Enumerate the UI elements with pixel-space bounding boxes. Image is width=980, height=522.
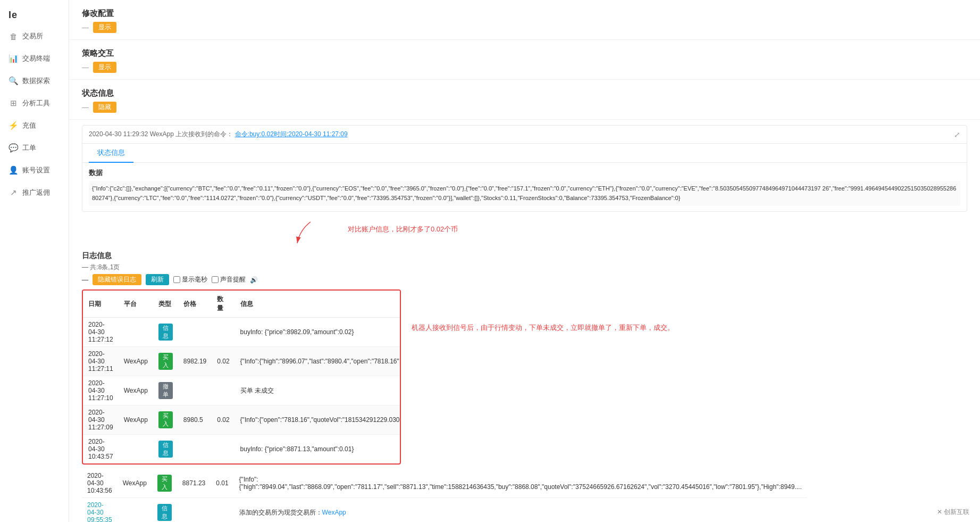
cell-price: 8871.23 [177, 469, 211, 498]
terminal-icon: 📊 [9, 54, 18, 63]
table-row: 2020-04-30 09:55:35 信息 添加的交易所为现货交易所：WexA… [82, 498, 807, 522]
sidebar-item-analysis-label: 分析工具 [22, 98, 50, 108]
log-header: 日志信息 [82, 251, 967, 261]
refresh-log-button[interactable]: 刷新 [146, 274, 169, 285]
modify-config-title: 修改配置 [82, 9, 967, 19]
annotation-area: 对比账户信息，比刚才多了0.02个币 [69, 217, 980, 246]
main-content: 修改配置 — 显示 策略交互 — 显示 状态信息 — 隐藏 2020-04-30… [69, 0, 980, 522]
status-info-title: 状态信息 [82, 88, 967, 98]
sidebar-item-terminal-label: 交易终端 [22, 54, 50, 63]
sidebar-item-recharge-label: 充值 [22, 121, 36, 130]
data-content: {"Info":{"c2c":[]},"exchange":[{"currenc… [89, 181, 960, 206]
table-row: 2020-04-30 11:27:10 WexApp 撤单 买单 未成交 [83, 376, 401, 405]
modify-config-dash: — [82, 23, 89, 31]
cell-qty [212, 318, 234, 347]
sidebar-item-terminal[interactable]: 📊 交易终端 [0, 47, 69, 70]
cell-platform: WexApp [118, 469, 152, 498]
strategy-interact-title: 策略交互 [82, 48, 967, 59]
status-info-section: 状态信息 — 隐藏 [69, 80, 980, 120]
col-price: 价格 [178, 291, 212, 318]
sidebar-item-exchange[interactable]: 🗑 交易所 [0, 25, 69, 47]
cell-qty: 0.02 [212, 405, 234, 435]
hide-error-log-button[interactable]: 隐藏错误日志 [93, 274, 141, 285]
status-info-header: 2020-04-30 11:29:32 WexApp 上次接收到的命令： 命令:… [82, 126, 967, 144]
strategy-interact-show-button[interactable]: 显示 [93, 62, 116, 73]
cell-price [178, 318, 212, 347]
sidebar-item-analysis[interactable]: ⊞ 分析工具 [0, 92, 69, 114]
col-info: 信息 [235, 291, 401, 318]
cell-info: buyInfo: {"price":8982.09,"amount":0.02} [235, 318, 401, 347]
status-info-block: 2020-04-30 11:29:32 WexApp 上次接收到的命令： 命令:… [82, 125, 967, 212]
sidebar-item-account[interactable]: 👤 账号设置 [0, 159, 69, 181]
status-info-header-text: 2020-04-30 11:29:32 WexApp 上次接收到的命令： 命令:… [89, 130, 348, 139]
sidebar-item-datasearch-label: 数据探索 [22, 76, 50, 86]
sidebar-item-datasearch[interactable]: 🔍 数据探索 [0, 70, 69, 92]
recharge-icon: ⚡ [9, 121, 18, 130]
cell-price [178, 376, 212, 405]
cell-qty: 0.02 [212, 347, 234, 376]
modify-config-show-button[interactable]: 显示 [93, 22, 116, 33]
cell-platform: WexApp [119, 405, 153, 435]
sidebar-item-exchange-label: 交易所 [22, 31, 43, 41]
table-row: 2020-04-30 11:27:11 WexApp 买入 8982.19 0.… [83, 347, 401, 376]
expand-icon[interactable]: ⤢ [954, 130, 960, 139]
cell-info: {"Info":{"open":"7818.16","quoteVol":"18… [235, 405, 401, 435]
log-sub-count: — 共:8条,1页 [82, 263, 967, 272]
exchange-icon: 🗑 [9, 32, 18, 41]
strategy-interact-dash: — [82, 63, 89, 71]
sidebar-item-referral[interactable]: ↗ 推广返佣 [0, 181, 69, 204]
cell-type: 信息 [153, 318, 178, 347]
status-info-hide-button[interactable]: 隐藏 [93, 102, 116, 113]
log-table-container: 日期 平台 类型 价格 数量 信息 2020-04-30 11:27:12 信息 [82, 289, 401, 522]
show-ms-label: 显示毫秒 [182, 275, 207, 284]
sound-checkbox-label[interactable]: 声音提醒 [212, 275, 246, 284]
log-highlighted-table: 日期 平台 类型 价格 数量 信息 2020-04-30 11:27:12 信息 [83, 291, 401, 463]
cell-date: 2020-04-30 11:27:11 [83, 347, 119, 376]
sound-checkbox[interactable] [212, 276, 219, 283]
sidebar: Ie 🗑 交易所 📊 交易终端 🔍 数据探索 ⊞ 分析工具 ⚡ 充值 💬 工单 … [0, 0, 69, 522]
strategy-interact-section: 策略交互 — 显示 [69, 40, 980, 80]
cell-info: 添加的交易所为现货交易所：WexApp [234, 498, 807, 522]
log-normal-table: 2020-04-30 10:43:56 WexApp 买入 8871.23 0.… [82, 469, 807, 522]
cell-date: 2020-04-30 11:27:10 [83, 376, 119, 405]
account-icon: 👤 [9, 165, 18, 175]
log-section: 日志信息 — 共:8条,1页 — 隐藏错误日志 刷新 显示毫秒 声音提醒 🔊 [69, 246, 980, 522]
table-row: 2020-04-30 11:27:09 WexApp 买入 8980.5 0.0… [83, 405, 401, 435]
cell-qty: 0.01 [211, 469, 233, 498]
annotation-text: 对比账户信息，比刚才多了0.02个币 [348, 225, 458, 234]
datasearch-icon: 🔍 [9, 76, 18, 86]
show-ms-checkbox[interactable] [173, 276, 180, 283]
cell-type: 买入 [153, 347, 178, 376]
sound-icon: 🔊 [250, 276, 258, 284]
log-count-text: 共:8条,1页 [90, 263, 120, 271]
cell-qty [212, 435, 234, 464]
logo-text: ✕ 创新互联 [937, 508, 969, 517]
sidebar-item-recharge[interactable]: ⚡ 充值 [0, 114, 69, 137]
cell-qty [212, 376, 234, 405]
referral-icon: ↗ [9, 188, 18, 197]
sidebar-ie-label: Ie [0, 5, 69, 25]
table-row: 2020-04-30 10:43:56 WexApp 买入 8871.23 0.… [82, 469, 807, 498]
header-prefix: 2020-04-30 11:29:32 WexApp 上次接收到的命令： [89, 130, 233, 138]
log-highlighted-table-wrapper: 日期 平台 类型 价格 数量 信息 2020-04-30 11:27:12 信息 [82, 289, 401, 465]
robot-annotation: 机器人接收到信号后，由于行情变动，下单未成交，立即就撤单了，重新下单，成交。 [412, 289, 967, 334]
cell-type: 买入 [153, 405, 178, 435]
cell-date: 2020-04-30 11:27:09 [83, 405, 119, 435]
cell-price: 8980.5 [178, 405, 212, 435]
show-ms-checkbox-label[interactable]: 显示毫秒 [173, 275, 207, 284]
workorder-icon: 💬 [9, 143, 18, 153]
log-controls: — 隐藏错误日志 刷新 显示毫秒 声音提醒 🔊 [82, 274, 967, 285]
cell-platform: WexApp [119, 376, 153, 405]
cell-platform [118, 498, 152, 522]
cmd-highlight: 命令:buy:0.02时间:2020-04-30 11:27:09 [235, 130, 348, 138]
tab-status-info[interactable]: 状态信息 [89, 144, 133, 163]
cell-date: 2020-04-30 10:43:56 [82, 469, 118, 498]
col-qty: 数量 [212, 291, 234, 318]
cell-platform [119, 318, 153, 347]
table-row: 2020-04-30 11:27:12 信息 buyInfo: {"price"… [83, 318, 401, 347]
modify-config-row: — 显示 [82, 22, 967, 33]
sidebar-item-workorder[interactable]: 💬 工单 [0, 137, 69, 159]
strategy-interact-row: — 显示 [82, 62, 967, 73]
data-label: 数据 [89, 168, 960, 178]
cell-platform [119, 435, 153, 464]
